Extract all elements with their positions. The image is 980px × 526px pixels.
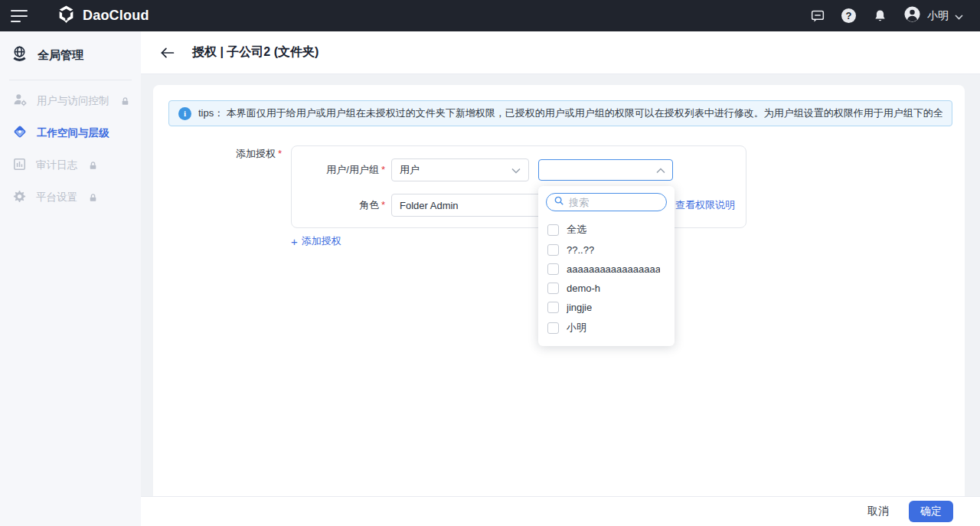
search-icon [554,195,564,209]
dropdown-option[interactable]: aaaaaaaaaaaaaaaaaaa... [538,260,675,279]
daocloud-logo[interactable]: DaoCloud [57,5,149,27]
chevron-down-icon [511,165,521,176]
view-permission-description-link[interactable]: 查看权限说明 [675,198,735,212]
chat-icon[interactable] [810,8,825,24]
role-value: Folder Admin [400,200,459,211]
user-name: 小明 [927,9,949,23]
add-authorization-form: 添加授权* 用户/用户组* 用户 [153,145,965,248]
top-header: DaoCloud ? 小明 [0,0,980,31]
audit-log-icon [12,157,27,175]
sidebar-divider [9,80,132,80]
footer-action-bar: 取消 确定 [141,496,980,526]
user-select[interactable] [538,159,673,181]
confirm-button[interactable]: 确定 [909,501,953,522]
dropdown-option[interactable]: ??..?? [538,240,675,260]
sidebar-title-global-management[interactable]: 全局管理 [0,31,141,78]
role-label: 角色* [292,198,385,212]
globe-icon [11,45,28,66]
dropdown-option[interactable]: jingjie [538,298,675,317]
dropdown-option[interactable]: demo-h [538,279,675,298]
search-input[interactable] [569,197,659,208]
sidebar-item-label: 工作空间与层级 [37,126,109,140]
workspace-icon [12,124,28,142]
menu-toggle-icon[interactable] [9,5,35,28]
help-icon[interactable]: ? [841,8,856,23]
logo-text: DaoCloud [83,8,149,24]
avatar-icon [903,5,921,26]
sidebar-title-label: 全局管理 [38,48,83,63]
dropdown-search[interactable] [546,193,667,211]
section-label: 添加授权* [153,145,291,248]
chevron-up-icon [656,163,665,177]
sidebar-item-workspace-hierarchy[interactable]: 工作空间与层级 [0,117,141,149]
user-group-label: 用户/用户组* [292,163,385,177]
sidebar-item-label: 审计日志 [36,158,77,172]
option-checkbox[interactable] [547,322,559,334]
content-card: i tips： 本界面仅用于给用户或用户组在未授权过的文件夹下新增权限，已授权的… [153,85,965,496]
lock-icon [88,193,98,203]
back-arrow-icon[interactable] [158,44,175,61]
user-type-value: 用户 [400,163,420,177]
lock-icon [120,96,130,106]
sidebar-item-user-access-control[interactable]: 用户与访问控制 [0,85,141,117]
main-area: 授权 | 子公司2 (文件夹) i tips： 本界面仅用于给用户或用户组在未授… [141,31,980,526]
page-title-bar: 授权 | 子公司2 (文件夹) [141,31,980,74]
header-actions: ? 小明 [810,5,963,26]
sidebar-item-label: 用户与访问控制 [37,94,109,108]
user-access-icon [12,92,28,110]
dropdown-option-select-all[interactable]: 全选 [538,219,675,240]
required-asterisk: * [381,199,385,211]
plus-icon: + [291,237,298,247]
sidebar-item-audit-log[interactable]: 审计日志 [0,149,141,181]
add-authorization-link[interactable]: + 添加授权 [291,234,341,248]
tips-text: tips： 本界面仅用于给用户或用户组在未授权过的文件夹下新增权限，已授权的用户… [198,106,942,120]
page-title: 授权 | 子公司2 (文件夹) [192,44,318,60]
user-type-select[interactable]: 用户 [391,158,529,181]
authorization-group-card: 用户/用户组* 用户 [291,145,746,228]
chevron-down-icon [955,9,963,23]
required-asterisk: * [381,164,385,175]
option-checkbox[interactable] [547,224,559,236]
dropdown-option[interactable]: 小明 [538,317,675,338]
user-select-dropdown: 全选 ??..?? aaaaaaaaaaaaaaaaaaa... [538,186,675,346]
sidebar-item-platform-settings[interactable]: 平台设置 [0,181,141,214]
daocloud-logo-icon [57,5,76,27]
required-asterisk: * [278,148,282,159]
option-checkbox[interactable] [547,244,559,256]
sidebar: 全局管理 用户与访问控制 [0,31,141,526]
info-icon: i [178,107,191,120]
option-checkbox[interactable] [547,263,559,275]
sidebar-item-label: 平台设置 [36,191,77,204]
lock-icon [88,161,98,171]
tips-banner: i tips： 本界面仅用于给用户或用户组在未授权过的文件夹下新增权限，已授权的… [168,100,952,126]
cancel-button[interactable]: 取消 [867,505,889,518]
gear-icon [12,189,27,207]
option-checkbox[interactable] [547,302,559,313]
bell-icon[interactable] [872,8,887,24]
user-menu[interactable]: 小明 [903,5,963,26]
option-checkbox[interactable] [547,283,559,294]
